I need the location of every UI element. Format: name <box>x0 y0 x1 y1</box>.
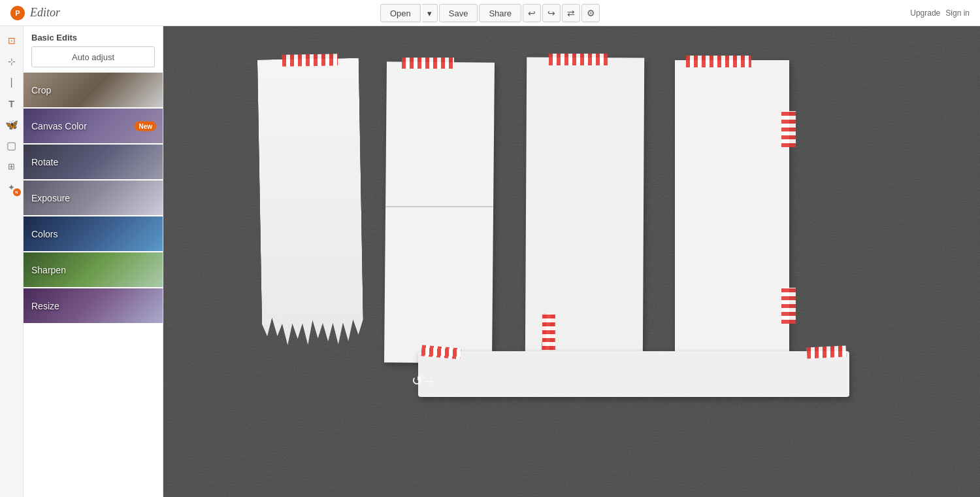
canvas-color-new-badge: New <box>135 121 156 131</box>
rail-text-icon[interactable]: T <box>3 94 21 112</box>
rail-frame-icon[interactable]: ▢ <box>3 136 21 154</box>
rail-draw-icon[interactable]: | <box>3 73 21 92</box>
paper-1 <box>257 58 364 368</box>
reset-button[interactable]: ⇄ <box>562 4 580 22</box>
topbar-right: Upgrade Sign in <box>910 9 970 18</box>
chalkboard: ↺→ <box>163 26 980 497</box>
upgrade-link[interactable]: Upgrade <box>910 9 940 18</box>
redo-button[interactable]: ↪ <box>542 4 561 22</box>
tape-4b <box>781 111 796 147</box>
tape-4 <box>686 56 751 67</box>
sharpen-label: Sharpen <box>31 265 66 275</box>
save-button[interactable]: Save <box>439 4 478 22</box>
edit-item-resize[interactable]: Resize <box>24 288 163 323</box>
tape-2 <box>402 58 454 69</box>
icon-rail: ⊡ ⊹ | T 🦋 ▢ ⊞ ✦ N <box>0 26 24 497</box>
resize-label: Resize <box>31 301 59 311</box>
canvas-color-label: Canvas Color <box>31 121 87 131</box>
open-button[interactable]: Open <box>380 4 421 22</box>
edit-panel: Basic Edits Auto adjust Crop Canvas Colo… <box>24 26 163 497</box>
sidebar: ⊡ ⊹ | T 🦋 ▢ ⊞ ✦ N Basic Edits Auto adjus… <box>0 26 163 497</box>
canvas-area[interactable]: ↺→ <box>163 26 980 497</box>
open-dropdown-button[interactable]: ▾ <box>422 4 438 22</box>
rail-butterfly-icon[interactable]: 🦋 <box>3 115 21 133</box>
panel-title: Basic Edits <box>24 26 163 46</box>
signin-link[interactable]: Sign in <box>945 9 970 18</box>
rail-texture-icon[interactable]: ⊞ <box>3 157 21 175</box>
tape-3 <box>549 54 608 65</box>
rail-transform-icon[interactable]: ⊹ <box>3 52 21 71</box>
edit-item-sharpen[interactable]: Sharpen <box>24 252 163 287</box>
app-logo: P <box>10 6 25 20</box>
colors-label: Colors <box>31 229 57 239</box>
rail-crop-icon[interactable]: ⊡ <box>3 31 21 50</box>
paper-2 <box>384 61 495 363</box>
crop-label: Crop <box>31 85 51 95</box>
tape-4c <box>781 288 796 324</box>
edit-item-rotate[interactable]: Rotate <box>24 145 163 179</box>
paper-2-fold <box>385 206 493 207</box>
app-title: Editor <box>30 6 60 20</box>
tape-1 <box>282 54 338 66</box>
edit-item-canvas-color[interactable]: Canvas Color New <box>24 109 163 143</box>
auto-adjust-button[interactable]: Auto adjust <box>31 46 155 67</box>
main-area: ⊡ ⊹ | T 🦋 ▢ ⊞ ✦ N Basic Edits Auto adjus… <box>0 26 980 497</box>
center-toolbar: Open ▾ Save Share ↩ ↪ ⇄ ⚙ <box>380 0 600 26</box>
settings-button[interactable]: ⚙ <box>581 4 600 22</box>
paper-5 <box>418 351 849 397</box>
rotate-label: Rotate <box>31 157 58 167</box>
tape-3c <box>542 314 555 350</box>
exposure-label: Exposure <box>31 193 70 203</box>
new-badge: N <box>13 188 21 196</box>
undo-button[interactable]: ↩ <box>523 4 541 22</box>
topbar: P Editor Open ▾ Save Share ↩ ↪ ⇄ ⚙ Upgra… <box>0 0 980 26</box>
rail-new-icon[interactable]: ✦ N <box>3 178 21 196</box>
share-button[interactable]: Share <box>479 4 521 22</box>
edit-item-colors[interactable]: Colors <box>24 216 163 251</box>
topbar-left: P Editor <box>10 6 60 20</box>
paper-4 <box>675 60 789 369</box>
edit-item-crop[interactable]: Crop <box>24 73 163 107</box>
edit-item-exposure[interactable]: Exposure <box>24 180 163 215</box>
arrow-annotation: ↺→ <box>412 373 436 388</box>
tape-5b <box>807 345 847 358</box>
